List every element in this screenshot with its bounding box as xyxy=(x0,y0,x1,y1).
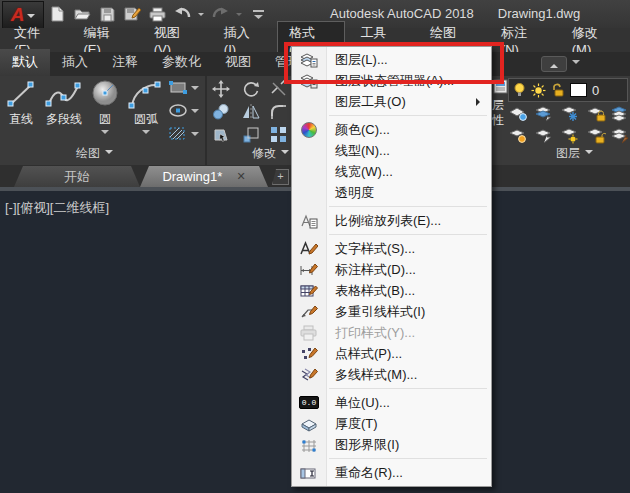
submenu-arrow-icon xyxy=(476,98,484,106)
menu-item-color[interactable]: 颜色(C)... xyxy=(292,119,491,140)
stretch-tool[interactable] xyxy=(210,125,232,145)
new-drawing-tab-button[interactable]: + xyxy=(272,169,289,185)
layers-panel-label[interactable]: 图层 xyxy=(556,145,593,162)
ribbon-tab-home[interactable]: 默认 xyxy=(0,49,50,76)
circle-tool[interactable]: 圆 xyxy=(88,78,122,138)
panel-expand-icon xyxy=(281,150,289,158)
panel-expand-icon xyxy=(585,150,593,158)
ribbon-tab-insert[interactable]: 插入 xyxy=(50,49,100,76)
layer-change-tool[interactable] xyxy=(610,128,630,144)
circle-dropdown-caret[interactable] xyxy=(101,130,109,138)
layer-unlock-tool[interactable] xyxy=(586,128,606,144)
ellipse-icon xyxy=(168,103,188,118)
format-menu: 图层(L)... 图层状态管理器(A)... 图层工具(O) 颜色(C)... … xyxy=(291,46,492,487)
menu-item-layer-tools[interactable]: 图层工具(O) xyxy=(292,91,491,112)
menu-item-lineweight[interactable]: 线宽(W)... xyxy=(292,161,491,182)
close-tab-icon[interactable]: ✕ xyxy=(236,170,245,183)
menu-item-multiline-style[interactable]: 多线样式(M)... xyxy=(292,364,491,385)
menu-item-dimension-style[interactable]: 标注样式(D)... xyxy=(292,259,491,280)
menu-item-units[interactable]: 0.0 单位(U)... xyxy=(292,392,491,413)
fillet-icon xyxy=(270,103,288,121)
ribbon-tab-view[interactable]: 视图 xyxy=(213,49,263,76)
layer-unisolate-tool[interactable] xyxy=(534,106,554,122)
ribbon-tab-annotate[interactable]: 注释 xyxy=(100,49,150,76)
units-icon: 0.0 xyxy=(292,396,326,409)
layer-properties-label-1: 层 xyxy=(492,98,504,113)
menu-item-linetype[interactable]: 线型(N)... xyxy=(292,140,491,161)
viewport-controls[interactable]: [-][俯视][二维线框] xyxy=(5,199,109,217)
document-title-text: Drawing1.dwg xyxy=(498,6,580,21)
polyline-label: 多段线 xyxy=(46,111,82,128)
redo-dropdown-caret[interactable] xyxy=(236,13,242,19)
menu-item-table-style[interactable]: 表格样式(B)... xyxy=(292,280,491,301)
thickness-icon xyxy=(292,416,326,432)
layer-dropdown[interactable]: 0 xyxy=(508,78,628,102)
menu-item-layer-states[interactable]: 图层状态管理器(A)... xyxy=(292,70,491,91)
polyline-tool[interactable]: 多段线 xyxy=(44,78,84,128)
line-tool[interactable]: 直线 xyxy=(4,78,38,128)
layer-color-swatch xyxy=(570,83,587,97)
line-label: 直线 xyxy=(9,111,33,128)
drawing1-tab[interactable]: Drawing1* ✕ xyxy=(140,166,268,187)
menu-item-thickness[interactable]: 厚度(T) xyxy=(292,413,491,434)
menu-item-rename[interactable]: 重命名(R)... xyxy=(292,462,491,483)
arc-tool[interactable]: 圆弧 xyxy=(126,78,166,138)
move-tool[interactable] xyxy=(210,79,232,99)
mleader-style-icon xyxy=(292,304,326,320)
text-style-icon xyxy=(292,241,326,257)
layer-match-tool[interactable] xyxy=(610,106,630,122)
copy-tool[interactable] xyxy=(210,102,232,122)
menu-item-transparency[interactable]: 透明度 xyxy=(292,182,491,203)
rectangle-dropdown-caret[interactable] xyxy=(191,86,199,94)
panel-expand-icon xyxy=(105,150,113,158)
rotate-icon xyxy=(242,80,260,98)
app-title-text: Autodesk AutoCAD 2018 xyxy=(330,6,474,21)
draw-panel-label[interactable]: 绘图 xyxy=(76,145,113,162)
array-tool[interactable] xyxy=(268,125,290,145)
hatch-tool[interactable] xyxy=(168,126,199,141)
layer-freeze-tool[interactable] xyxy=(560,106,580,122)
panel-separator xyxy=(205,76,207,165)
modify-panel-label[interactable]: 修改 xyxy=(252,145,289,162)
layer-lock-tool[interactable] xyxy=(586,106,606,122)
rectangle-icon xyxy=(168,80,188,95)
fillet-tool[interactable] xyxy=(268,102,290,122)
trim-tool[interactable] xyxy=(268,79,290,99)
menu-item-text-style[interactable]: 文字样式(S)... xyxy=(292,238,491,259)
layer-on-off-tool[interactable] xyxy=(508,128,528,144)
ellipse-tool[interactable] xyxy=(168,103,199,118)
layer-thaw-tool[interactable] xyxy=(534,128,554,144)
layer-on-bulb-icon xyxy=(513,82,526,98)
arc-icon xyxy=(126,78,166,110)
menu-item-drawing-limits[interactable]: 图形界限(I) xyxy=(292,434,491,455)
menu-item-mleader-style[interactable]: 多重引线样式(I) xyxy=(292,301,491,322)
ribbon-minimize-button[interactable] xyxy=(541,56,567,72)
undo-arrow-icon xyxy=(174,7,191,21)
arc-dropdown-caret[interactable] xyxy=(142,130,150,138)
arc-label: 圆弧 xyxy=(134,111,158,128)
ellipse-dropdown-caret[interactable] xyxy=(191,109,199,117)
trim-icon xyxy=(270,80,288,98)
start-tab[interactable]: 开始 xyxy=(14,166,140,187)
rotate-tool[interactable] xyxy=(240,79,262,99)
save-icon xyxy=(100,7,115,22)
rename-icon xyxy=(292,465,326,481)
rectangle-tool[interactable] xyxy=(168,80,199,95)
undo-dropdown-caret[interactable] xyxy=(198,13,204,19)
scale-icon xyxy=(242,126,260,144)
layer-properties-label-2: 性 xyxy=(492,113,504,128)
menu-item-scale-list[interactable]: 比例缩放列表(E)... xyxy=(292,210,491,231)
ribbon-minimize-caret[interactable] xyxy=(572,60,580,68)
menu-item-point-style[interactable]: 点样式(P)... xyxy=(292,343,491,364)
layer-unlock-icon xyxy=(551,83,565,98)
multiline-style-icon xyxy=(292,367,326,383)
hatch-dropdown-caret[interactable] xyxy=(191,132,199,140)
mirror-tool[interactable] xyxy=(240,102,262,122)
layer-isolate-tool[interactable] xyxy=(508,106,528,122)
layer-sun-tool[interactable] xyxy=(560,128,580,144)
menu-item-layer[interactable]: 图层(L)... xyxy=(292,49,491,70)
ribbon-tab-parametric[interactable]: 参数化 xyxy=(150,49,213,76)
circle-label: 圆 xyxy=(99,111,111,128)
plot-style-icon xyxy=(292,325,326,341)
scale-tool[interactable] xyxy=(240,125,262,145)
